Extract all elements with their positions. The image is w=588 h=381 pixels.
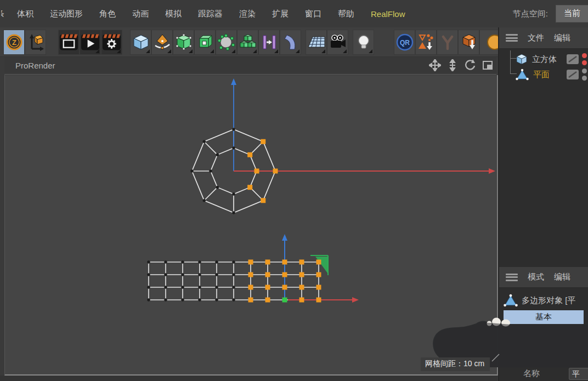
joint-icon[interactable] xyxy=(437,30,458,55)
plane-visibility-dots[interactable] xyxy=(582,69,587,81)
om-menu-file[interactable]: 文件 xyxy=(528,33,544,43)
plane-enable-toggle[interactable] xyxy=(567,70,579,79)
menu-item-realflow[interactable]: RealFlow xyxy=(365,6,411,22)
viewport-rotate-icon[interactable] xyxy=(463,59,477,72)
window-bottom-edge xyxy=(0,376,497,381)
menu-item-window[interactable]: 窗口 xyxy=(299,5,327,22)
pen-spline-icon[interactable] xyxy=(151,30,173,55)
extrude-icon[interactable] xyxy=(194,30,216,55)
plane-editor-dot[interactable] xyxy=(582,69,587,73)
name-property-field[interactable]: 平 xyxy=(569,368,588,380)
viewport-menubar: ProRender xyxy=(4,57,496,75)
bake-object-icon[interactable] xyxy=(458,30,479,55)
menu-item-extensions[interactable]: 扩展 xyxy=(267,5,294,22)
object-row-plane[interactable]: 平面 xyxy=(499,67,588,82)
render-view-icon[interactable] xyxy=(58,30,80,55)
bend-deformer-icon[interactable] xyxy=(280,30,301,55)
camera-icon[interactable] xyxy=(327,30,348,55)
particle-emitter-icon[interactable] xyxy=(415,30,437,55)
attribute-manager-header: 模式 编辑 xyxy=(499,267,588,288)
attribute-object-row: 多边形对象 [平 xyxy=(504,292,575,309)
viewport-zoom-icon[interactable] xyxy=(446,59,459,72)
add-cube-icon[interactable] xyxy=(130,30,151,55)
floor-icon[interactable] xyxy=(306,30,327,55)
cube-object-icon xyxy=(516,53,528,65)
object-manager-header: 文件 编辑 xyxy=(499,27,588,49)
am-menu-mode[interactable]: 模式 xyxy=(528,272,544,282)
light-icon[interactable] xyxy=(353,30,374,55)
subdivision-surface-icon[interactable] xyxy=(173,30,194,55)
goz-icon[interactable]: Z xyxy=(3,30,25,55)
object-name-cube[interactable]: 立方体 xyxy=(532,54,567,65)
name-property-row: 名称 平 xyxy=(499,366,588,381)
node-space-label: 节点空间: xyxy=(513,9,548,19)
axis-cube-icon[interactable] xyxy=(25,30,46,55)
object-manager-menu-icon[interactable] xyxy=(506,34,518,42)
menu-item-help[interactable]: 帮助 xyxy=(332,5,360,22)
window-left-edge xyxy=(0,57,4,381)
polygon-object-icon xyxy=(504,294,518,307)
menu-item-tracker[interactable]: 跟踪器 xyxy=(193,5,228,22)
object-row-cube[interactable]: 立方体 xyxy=(499,52,588,67)
node-space-current-button[interactable]: 当前 xyxy=(556,5,588,22)
viewport-pan-icon[interactable] xyxy=(428,59,442,72)
menu-item-render[interactable]: 渲染 xyxy=(234,5,261,22)
viewport-maximize-icon[interactable] xyxy=(481,59,494,72)
scene-wireframes xyxy=(5,75,497,374)
render-icon[interactable] xyxy=(80,30,101,55)
menu-item-animate[interactable]: 动画 xyxy=(127,5,154,22)
qr-quick-render-icon[interactable]: QR xyxy=(394,30,415,55)
cube-enable-toggle[interactable] xyxy=(567,54,579,64)
object-name-plane[interactable]: 平面 xyxy=(533,70,567,80)
tab-basic[interactable]: 基本 xyxy=(504,310,584,324)
array-icon[interactable] xyxy=(237,30,258,55)
menu-item-character[interactable]: 角色 xyxy=(94,5,121,22)
symmetry-icon[interactable] xyxy=(258,30,280,55)
plane-render-dot[interactable] xyxy=(582,76,587,81)
cube-render-dot[interactable] xyxy=(582,60,587,65)
viewport-menu-prorender[interactable]: ProRender xyxy=(15,61,55,70)
cube-editor-dot[interactable] xyxy=(582,53,587,58)
render-settings-icon[interactable] xyxy=(101,30,122,55)
right-panel: 文件 编辑 立方体 平面 xyxy=(498,27,588,381)
goz-icon-glyph: Z xyxy=(5,33,23,51)
metaball-icon[interactable] xyxy=(216,30,237,55)
attribute-object-label: 多边形对象 [平 xyxy=(522,295,575,306)
menu-items: 条 体积 运动图形 角色 动画 模拟 跟踪器 渲染 扩展 窗口 帮助 RealF… xyxy=(0,5,414,22)
menu-item-volume[interactable]: 体积 xyxy=(12,5,39,22)
attribute-manager-menu-icon[interactable] xyxy=(506,274,518,281)
name-property-label: 名称 xyxy=(523,368,569,379)
viewport[interactable]: 网格间距：10 cm xyxy=(4,75,498,376)
svg-text:Z: Z xyxy=(12,38,16,47)
om-menu-edit[interactable]: 编辑 xyxy=(554,33,570,43)
am-menu-edit[interactable]: 编辑 xyxy=(554,272,570,282)
menu-item-clipped[interactable]: 条 xyxy=(1,9,9,19)
menu-item-simulate[interactable]: 模拟 xyxy=(160,5,187,22)
svg-text:QR: QR xyxy=(400,39,410,47)
menu-item-mograph[interactable]: 运动图形 xyxy=(44,5,88,22)
grid-spacing-hud: 网格间距：10 cm xyxy=(421,357,490,371)
menu-bar: 条 体积 运动图形 角色 动画 模拟 跟踪器 渲染 扩展 窗口 帮助 RealF… xyxy=(0,0,588,27)
polygon-object-icon xyxy=(516,69,529,81)
cube-visibility-dots[interactable] xyxy=(582,53,587,65)
